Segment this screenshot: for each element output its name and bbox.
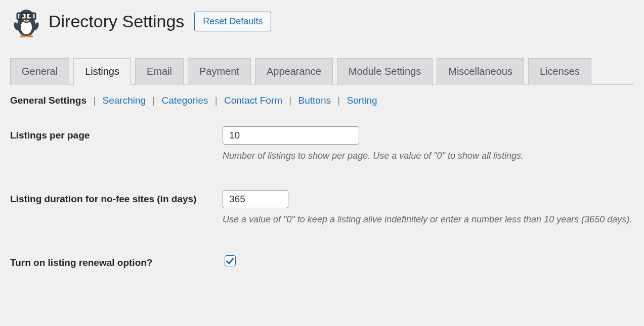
- directory-penguin-logo-icon: [10, 5, 42, 37]
- tab-miscellaneous[interactable]: Miscellaneous: [437, 58, 524, 85]
- settings-form: Listings per page Number of listings to …: [10, 126, 634, 270]
- tab-email[interactable]: Email: [135, 58, 184, 85]
- field-renewal-option: Turn on listing renewal option?: [10, 254, 634, 270]
- tab-nav: General Listings Email Payment Appearanc…: [10, 58, 634, 85]
- subtab-nav: General Settings | Searching | Categorie…: [10, 95, 634, 106]
- separator: |: [148, 95, 159, 106]
- subtab-general-settings[interactable]: General Settings: [10, 95, 87, 106]
- field-listing-duration: Listing duration for no-fee sites (in da…: [10, 190, 634, 226]
- separator: |: [89, 95, 100, 106]
- svg-point-7: [29, 15, 31, 18]
- listings-per-page-input[interactable]: [223, 126, 359, 145]
- renewal-option-label: Turn on listing renewal option?: [10, 254, 223, 270]
- subtab-contact-form[interactable]: Contact Form: [224, 95, 282, 106]
- listings-per-page-label: Listings per page: [10, 126, 223, 143]
- subtab-searching[interactable]: Searching: [103, 95, 146, 106]
- separator: |: [211, 95, 222, 106]
- renewal-option-checkbox[interactable]: [225, 255, 236, 266]
- listing-duration-description: Use a value of "0" to keep a listing ali…: [223, 213, 634, 226]
- listings-per-page-description: Number of listings to show per page. Use…: [223, 150, 634, 162]
- subtab-categories[interactable]: Categories: [162, 95, 208, 106]
- page-title: Directory Settings: [49, 12, 184, 31]
- tab-licenses[interactable]: Licenses: [528, 58, 591, 85]
- listing-duration-input[interactable]: [223, 190, 288, 208]
- svg-point-6: [22, 15, 24, 18]
- separator: |: [285, 95, 295, 106]
- tab-module-settings[interactable]: Module Settings: [337, 58, 433, 85]
- field-listings-per-page: Listings per page Number of listings to …: [10, 126, 634, 162]
- subtab-buttons[interactable]: Buttons: [298, 95, 331, 106]
- separator: |: [333, 95, 344, 106]
- reset-defaults-button[interactable]: Reset Defaults: [194, 12, 271, 31]
- tab-appearance[interactable]: Appearance: [255, 58, 333, 85]
- tab-payment[interactable]: Payment: [188, 58, 251, 85]
- tab-listings[interactable]: Listings: [73, 58, 131, 85]
- subtab-sorting[interactable]: Sorting: [347, 95, 377, 106]
- listing-duration-label: Listing duration for no-fee sites (in da…: [10, 190, 223, 207]
- page-header: Directory Settings Reset Defaults: [10, 5, 634, 37]
- tab-general[interactable]: General: [10, 58, 69, 85]
